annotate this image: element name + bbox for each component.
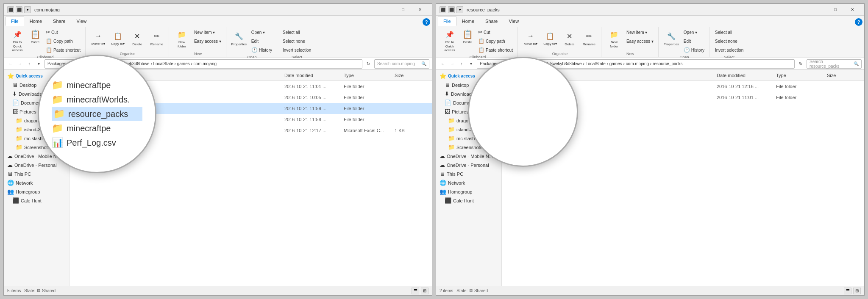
left-invert-btn[interactable]: Invert selection bbox=[281, 46, 313, 54]
right-tab-file[interactable]: File bbox=[438, 17, 456, 26]
right-properties-btn[interactable]: 🔧 Properties bbox=[662, 28, 681, 49]
left-search-bar[interactable]: Search com.mojang 🔍 bbox=[374, 59, 429, 69]
right-up-btn[interactable]: ↑ bbox=[457, 60, 466, 68]
left-sidebar-homegroup[interactable]: 👥 Homegroup bbox=[4, 187, 69, 196]
left-forward-btn[interactable]: → bbox=[16, 60, 24, 68]
right-newitem-btn[interactable]: New item ▾ bbox=[624, 28, 656, 36]
right-edit-btn[interactable]: Edit bbox=[682, 37, 707, 45]
left-tb-icon-2[interactable]: ⬛ bbox=[16, 6, 22, 13]
left-newfolder-btn[interactable]: 📁 New folder bbox=[172, 28, 191, 50]
left-selectall-btn[interactable]: Select all bbox=[281, 28, 313, 36]
right-pin-icon: 📌 bbox=[445, 29, 455, 39]
left-easyaccess-btn[interactable]: Easy access ▾ bbox=[192, 37, 223, 45]
left-sidebar-calehunt[interactable]: ⬛ Cale Hunt bbox=[4, 196, 69, 205]
right-tab-home[interactable]: Home bbox=[456, 17, 480, 26]
left-maximize-btn[interactable]: □ bbox=[395, 4, 412, 16]
left-tab-share[interactable]: Share bbox=[47, 17, 71, 26]
right-invert-btn[interactable]: Invert selection bbox=[713, 46, 746, 54]
right-refresh-btn[interactable]: ↻ bbox=[796, 60, 805, 68]
right-col-type[interactable]: Type bbox=[776, 73, 827, 78]
left-refresh-btn[interactable]: ↻ bbox=[364, 60, 373, 68]
right-window-controls: — □ ✕ bbox=[810, 4, 861, 16]
left-col-type[interactable]: Type bbox=[344, 73, 395, 78]
left-tab-home[interactable]: Home bbox=[24, 17, 47, 26]
left-properties-btn[interactable]: 🔧 Properties bbox=[230, 28, 248, 49]
left-open-btn[interactable]: Open ▾ bbox=[249, 28, 274, 36]
left-sidebar-network[interactable]: 🌐 Network bbox=[4, 178, 69, 187]
left-downloads-icon: ⬇ bbox=[12, 91, 17, 97]
left-col-date[interactable]: Date modified bbox=[284, 73, 344, 78]
left-back-btn[interactable]: ← bbox=[6, 60, 15, 68]
left-help-btn[interactable]: ? bbox=[423, 18, 430, 26]
right-newfolder-btn[interactable]: 📁 New folder bbox=[605, 28, 623, 50]
left-paste-btn[interactable]: 📋 Paste bbox=[28, 28, 43, 45]
left-sidebar-onedrive-personal[interactable]: ☁ OneDrive - Personal bbox=[4, 161, 69, 169]
right-copy-path-icon: 📋 bbox=[478, 38, 484, 44]
left-paste-shortcut-btn[interactable]: 📋 Paste shortcut bbox=[44, 46, 83, 54]
right-paste-shortcut-btn[interactable]: 📋 Paste shortcut bbox=[476, 46, 515, 54]
right-tab-share[interactable]: Share bbox=[480, 17, 503, 26]
right-open-btn[interactable]: Open ▾ bbox=[682, 28, 707, 36]
right-easyaccess-btn[interactable]: Easy access ▾ bbox=[624, 37, 656, 45]
right-copy-path-btn[interactable]: 📋 Copy path bbox=[476, 37, 515, 45]
left-view-tiles-btn[interactable]: ⊞ bbox=[421, 288, 428, 294]
left-up-btn[interactable]: ↑ bbox=[25, 60, 33, 68]
left-tb-icon-1[interactable]: ⬛ bbox=[7, 6, 14, 13]
right-forward-btn[interactable]: → bbox=[448, 60, 456, 68]
left-newitem-btn[interactable]: New item ▾ bbox=[192, 28, 223, 36]
right-col-size[interactable]: Size bbox=[827, 73, 861, 78]
left-history-btn[interactable]: 🕐 History bbox=[249, 46, 274, 54]
left-tb-icon-3[interactable]: ▾ bbox=[24, 6, 31, 13]
right-selectnone-btn[interactable]: Select none bbox=[713, 37, 746, 45]
right-close-btn[interactable]: ✕ bbox=[844, 4, 861, 16]
right-sidebar-calehunt[interactable]: ⬛ Cale Hunt bbox=[436, 196, 501, 205]
right-sidebar-thispc[interactable]: 🖥 This PC bbox=[436, 169, 501, 178]
left-copy-path-btn[interactable]: 📋 Copy path bbox=[44, 37, 83, 45]
left-col-size[interactable]: Size bbox=[395, 73, 428, 78]
left-pin-btn[interactable]: 📌 Pin to Quick access bbox=[8, 28, 27, 54]
right-col-date[interactable]: Date modified bbox=[717, 73, 776, 78]
left-delete-btn[interactable]: ✕ Delete bbox=[128, 28, 147, 49]
left-close-btn[interactable]: ✕ bbox=[412, 4, 428, 16]
right-sidebar-onedrive-personal[interactable]: ☁ OneDrive - Personal bbox=[436, 161, 501, 169]
right-tb-icon-2[interactable]: ⬛ bbox=[448, 6, 455, 13]
left-tab-file[interactable]: File bbox=[6, 17, 24, 26]
right-sidebar-network[interactable]: 🌐 Network bbox=[436, 178, 501, 187]
right-search-bar[interactable]: Search resource_packs 🔍 bbox=[807, 59, 862, 69]
left-sidebar-thispc[interactable]: 🖥 This PC bbox=[4, 169, 69, 178]
left-minimize-btn[interactable]: — bbox=[378, 4, 395, 16]
right-view-tiles-btn[interactable]: ⊞ bbox=[853, 288, 861, 294]
right-view-details-btn[interactable]: ☰ bbox=[844, 288, 851, 294]
right-tb-icons: ⬛ ⬛ ▾ bbox=[440, 6, 463, 13]
right-minimize-btn[interactable]: — bbox=[810, 4, 827, 16]
right-copyto-btn[interactable]: 📋 Copy to▾ bbox=[541, 28, 559, 49]
right-rename-btn[interactable]: ✏ Rename bbox=[580, 28, 598, 49]
right-pin-btn[interactable]: 📌 Pin to Quick access bbox=[440, 28, 459, 54]
left-cut-btn[interactable]: ✂ Cut bbox=[44, 28, 83, 36]
right-tab-view[interactable]: View bbox=[503, 17, 524, 26]
right-back-btn[interactable]: ← bbox=[439, 60, 447, 68]
left-recent-btn[interactable]: ▾ bbox=[34, 60, 43, 68]
right-paste-icon: 📋 bbox=[462, 29, 473, 39]
right-cut-btn[interactable]: ✂ Cut bbox=[476, 28, 515, 36]
left-view-details-btn[interactable]: ☰ bbox=[412, 288, 419, 294]
right-sidebar-homegroup[interactable]: 👥 Homegroup bbox=[436, 187, 501, 196]
right-paste-btn[interactable]: 📋 Paste bbox=[460, 28, 475, 45]
left-selectnone-btn[interactable]: Select none bbox=[281, 37, 313, 45]
right-moveto-btn[interactable]: → Move to▾ bbox=[521, 28, 540, 49]
left-tab-view[interactable]: View bbox=[71, 17, 92, 26]
left-edit-btn[interactable]: Edit bbox=[249, 37, 274, 45]
left-clipboard-col2: ✂ Cut 📋 Copy path 📋 Paste shortcut bbox=[44, 28, 83, 54]
right-tb-icon-3[interactable]: ▾ bbox=[456, 6, 463, 13]
left-moveto-btn[interactable]: → Move to▾ bbox=[89, 28, 108, 49]
right-help-btn[interactable]: ? bbox=[855, 18, 862, 26]
right-delete-btn[interactable]: ✕ Delete bbox=[560, 28, 579, 49]
right-recent-btn[interactable]: ▾ bbox=[467, 60, 475, 68]
right-maximize-btn[interactable]: □ bbox=[827, 4, 844, 16]
right-selectall-btn[interactable]: Select all bbox=[713, 28, 746, 36]
left-copyto-btn[interactable]: 📋 Copy to▾ bbox=[108, 28, 127, 49]
left-thispc-icon: 🖥 bbox=[7, 171, 13, 177]
left-rename-btn[interactable]: ✏ Rename bbox=[147, 28, 166, 49]
right-tb-icon-1[interactable]: ⬛ bbox=[440, 6, 446, 13]
right-history-btn[interactable]: 🕐 History bbox=[682, 46, 707, 54]
